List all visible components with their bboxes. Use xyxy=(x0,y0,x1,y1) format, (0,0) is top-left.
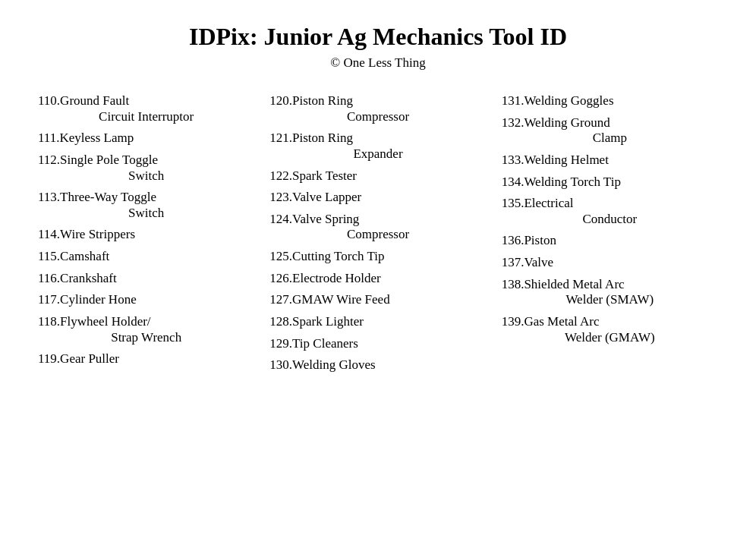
list-item-139: 139.Gas Metal ArcWelder (GMAW) xyxy=(502,313,718,347)
item-134-line-0: 134.Welding Torch Tip xyxy=(502,173,718,192)
list-item-136: 136.Piston xyxy=(502,231,718,250)
list-item-111: 111.Keyless Lamp xyxy=(38,129,254,148)
item-119-line-0: 119.Gear Puller xyxy=(38,350,254,369)
item-116-line-0: 116.Crankshaft xyxy=(38,269,254,288)
list-item-133: 133.Welding Helmet xyxy=(502,151,718,170)
list-item-112: 112.Single Pole ToggleSwitch xyxy=(38,151,254,185)
columns-container: 110.Ground FaultCircuit Interruptor111.K… xyxy=(30,92,726,378)
list-item-137: 137.Valve xyxy=(502,253,718,272)
item-115-line-0: 115.Camshaft xyxy=(38,247,254,266)
item-111-line-0: 111.Keyless Lamp xyxy=(38,129,254,148)
list-item-132: 132.Welding GroundClamp xyxy=(502,114,718,148)
list-item-124: 124.Valve SpringCompressor xyxy=(269,210,486,244)
item-133-line-0: 133.Welding Helmet xyxy=(502,151,718,170)
list-item-129: 129.Tip Cleaners xyxy=(269,335,486,354)
list-item-117: 117.Cylinder Hone xyxy=(38,291,254,310)
copyright-text: © One Less Thing xyxy=(330,55,425,71)
list-item-127: 127.GMAW Wire Feed xyxy=(269,291,486,310)
list-item-114: 114.Wire Strippers xyxy=(38,225,254,244)
item-114-line-0: 114.Wire Strippers xyxy=(38,225,254,244)
item-127-line-0: 127.GMAW Wire Feed xyxy=(269,291,486,310)
list-item-131: 131.Welding Goggles xyxy=(502,92,718,111)
item-130-line-0: 130.Welding Gloves xyxy=(269,356,486,375)
list-item-120: 120.Piston RingCompressor xyxy=(269,92,486,126)
item-126-line-0: 126.Electrode Holder xyxy=(269,269,486,288)
list-item-125: 125.Cutting Torch Tip xyxy=(269,247,486,266)
item-138-line-1: Welder (SMAW) xyxy=(502,291,718,310)
list-item-135: 135.ElectricalConductor xyxy=(502,194,718,228)
item-117-line-0: 117.Cylinder Hone xyxy=(38,291,254,310)
item-136-line-0: 136.Piston xyxy=(502,231,718,250)
page-title: IDPix: Junior Ag Mechanics Tool ID xyxy=(189,23,567,51)
item-129-line-0: 129.Tip Cleaners xyxy=(269,335,486,354)
list-item-123: 123.Valve Lapper xyxy=(269,188,486,207)
list-item-121: 121.Piston RingExpander xyxy=(269,129,486,163)
item-131-line-0: 131.Welding Goggles xyxy=(502,92,718,111)
list-item-130: 130.Welding Gloves xyxy=(269,356,486,375)
item-125-line-0: 125.Cutting Torch Tip xyxy=(269,247,486,266)
list-item-134: 134.Welding Torch Tip xyxy=(502,173,718,192)
column-col2: 120.Piston RingCompressor121.Piston Ring… xyxy=(262,92,493,378)
column-col3: 131.Welding Goggles132.Welding GroundCla… xyxy=(494,92,726,350)
item-123-line-0: 123.Valve Lapper xyxy=(269,188,486,207)
item-122-line-0: 122.Spark Tester xyxy=(269,167,486,186)
list-item-110: 110.Ground FaultCircuit Interruptor xyxy=(38,92,254,126)
list-item-116: 116.Crankshaft xyxy=(38,269,254,288)
column-col1: 110.Ground FaultCircuit Interruptor111.K… xyxy=(30,92,262,372)
list-item-119: 119.Gear Puller xyxy=(38,350,254,369)
list-item-128: 128.Spark Lighter xyxy=(269,313,486,332)
item-137-line-0: 137.Valve xyxy=(502,253,718,272)
list-item-115: 115.Camshaft xyxy=(38,247,254,266)
list-item-138: 138.Shielded Metal ArcWelder (SMAW) xyxy=(502,275,718,310)
list-item-113: 113.Three-Way ToggleSwitch xyxy=(38,188,254,222)
list-item-126: 126.Electrode Holder xyxy=(269,269,486,288)
list-item-118: 118.Flywheel Holder/Strap Wrench xyxy=(38,313,254,347)
list-item-122: 122.Spark Tester xyxy=(269,167,486,186)
item-128-line-0: 128.Spark Lighter xyxy=(269,313,486,332)
item-124-line-1: Compressor xyxy=(269,225,486,244)
